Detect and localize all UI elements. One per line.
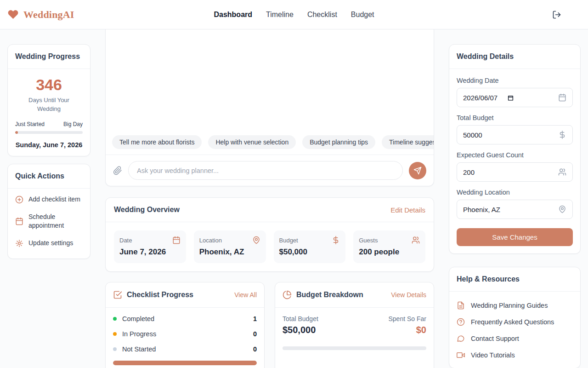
help-item-contact[interactable]: Contact Support (457, 330, 573, 347)
wedding-date-text: Sunday, June 7, 2026 (15, 141, 83, 149)
overview-tile-location: Location Phoenix, AZ (194, 230, 266, 263)
help-item-label: Frequently Asked Questions (471, 318, 554, 326)
wedding-progress-card: Wedding Progress 346 Days Until Your Wed… (7, 44, 90, 156)
quick-actions-card: Quick Actions Add checklist item Schedul… (7, 164, 90, 259)
check-square-icon (113, 290, 122, 299)
row-label: Not Started (122, 345, 253, 353)
wedding-overview-card: Wedding Overview Edit Details Date June … (105, 197, 434, 272)
row-value: 1 (253, 315, 257, 322)
pie-chart-icon (283, 290, 292, 299)
help-item-videos[interactable]: Video Tutorials (457, 347, 573, 363)
action-update-settings[interactable]: Update settings (15, 239, 83, 248)
calendar-icon (15, 217, 23, 225)
overview-title: Wedding Overview (114, 206, 180, 214)
wedding-location-field (457, 200, 573, 219)
wedding-progress-bar (15, 131, 83, 134)
chip-budget-tips[interactable]: Budget planning tips (302, 135, 375, 149)
chip-timeline[interactable]: Timeline suggestions (382, 135, 434, 149)
left-sidebar: Wedding Progress 346 Days Until Your Wed… (7, 44, 90, 259)
calendar-icon (172, 236, 181, 244)
row-value: 0 (253, 345, 257, 353)
plus-circle-icon (15, 196, 23, 204)
row-label: In Progress (122, 330, 253, 338)
spent-label: Spent So Far (389, 315, 427, 322)
right-sidebar: Wedding Details Wedding Date 2026/06/07 … (449, 44, 581, 368)
logout-button[interactable] (552, 10, 561, 19)
main-column: Tell me more about florists Help with ve… (105, 29, 434, 368)
total-budget-block: Total Budget $50,000 (283, 315, 318, 335)
checklist-row-completed: Completed 1 (113, 315, 257, 322)
tile-value: $50,000 (279, 247, 340, 257)
wedding-location-input[interactable] (463, 206, 554, 213)
total-budget-label: Total Budget (457, 114, 573, 121)
checklist-row-in-progress: In Progress 0 (113, 330, 257, 338)
wedding-progress-title: Wedding Progress (8, 45, 90, 69)
tile-value: June 7, 2026 (119, 247, 181, 257)
attach-button[interactable] (113, 166, 122, 175)
nav-budget[interactable]: Budget (351, 11, 374, 19)
file-text-icon (457, 301, 465, 310)
calendar-icon (558, 93, 566, 102)
scale-start-label: Just Started (15, 121, 45, 127)
paperclip-icon (113, 166, 122, 175)
action-schedule-appointment[interactable]: Schedule appointment (15, 213, 83, 230)
view-details-link[interactable]: View Details (391, 291, 426, 299)
help-resources-title: Help & Resources (449, 267, 580, 292)
message-circle-icon (457, 334, 465, 343)
app-header: WeddingAI Dashboard Timeline Checklist B… (0, 0, 588, 29)
nav-timeline[interactable]: Timeline (266, 11, 294, 19)
logout-icon (552, 10, 561, 19)
guest-count-input[interactable] (463, 168, 554, 176)
budget-breakdown-card: Budget Breakdown View Details Total Budg… (275, 282, 434, 368)
wedding-details-card: Wedding Details Wedding Date 2026/06/07 … (449, 44, 581, 254)
help-item-label: Contact Support (471, 335, 519, 342)
spent-block: Spent So Far $0 (389, 315, 427, 335)
wedding-location-label: Wedding Location (457, 189, 573, 196)
overview-tile-guests: Guests 200 people (353, 230, 425, 263)
total-budget-input[interactable] (463, 131, 554, 139)
scale-end-label: Big Day (63, 121, 83, 127)
not-started-dot (113, 347, 117, 351)
tile-label: Budget (279, 237, 298, 244)
spent-value: $0 (389, 325, 427, 335)
chat-input[interactable] (128, 161, 403, 180)
video-icon (457, 351, 465, 359)
chip-florists[interactable]: Tell me more about florists (112, 135, 202, 149)
nav-dashboard[interactable]: Dashboard (214, 11, 252, 19)
action-add-checklist-item[interactable]: Add checklist item (15, 195, 83, 204)
wedding-details-title: Wedding Details (449, 45, 580, 69)
tile-value: 200 people (359, 247, 420, 257)
nav-checklist[interactable]: Checklist (307, 11, 337, 19)
total-budget-label: Total Budget (283, 315, 318, 322)
gear-icon (15, 239, 23, 247)
total-budget-field (457, 125, 573, 144)
tile-label: Guests (359, 237, 378, 244)
help-item-faq[interactable]: Frequently Asked Questions (457, 314, 573, 330)
map-pin-icon (558, 205, 566, 213)
checklist-progress-card: Checklist Progress View All Completed 1 … (105, 282, 265, 368)
total-budget-value: $50,000 (283, 325, 318, 335)
dollar-icon (332, 236, 340, 244)
date-picker-indicator-icon[interactable] (508, 95, 514, 101)
row-value: 0 (253, 330, 257, 338)
help-item-guides[interactable]: Wedding Planning Guides (457, 297, 573, 314)
send-icon (413, 167, 422, 175)
quick-actions-title: Quick Actions (8, 164, 90, 189)
help-resources-card: Help & Resources Wedding Planning Guides… (449, 267, 581, 368)
dollar-icon (558, 131, 566, 139)
edit-details-link[interactable]: Edit Details (390, 206, 425, 214)
days-until-count: 346 (15, 76, 83, 93)
in-progress-dot (113, 332, 117, 336)
send-button[interactable] (409, 162, 426, 179)
page-content: Wedding Progress 346 Days Until Your Wed… (0, 29, 588, 368)
help-circle-icon (457, 318, 465, 326)
save-changes-button[interactable]: Save Changes (457, 228, 573, 246)
chip-venue[interactable]: Help with venue selection (208, 135, 296, 149)
checklist-title: Checklist Progress (127, 291, 193, 299)
help-item-label: Video Tutorials (471, 351, 515, 359)
wedding-date-label: Wedding Date (457, 77, 573, 84)
wedding-progress-bar-fill (15, 131, 18, 134)
wedding-date-input[interactable]: 2026/06/07 (457, 88, 573, 107)
view-all-link[interactable]: View All (234, 291, 257, 299)
checklist-row-not-started: Not Started 0 (113, 345, 257, 353)
